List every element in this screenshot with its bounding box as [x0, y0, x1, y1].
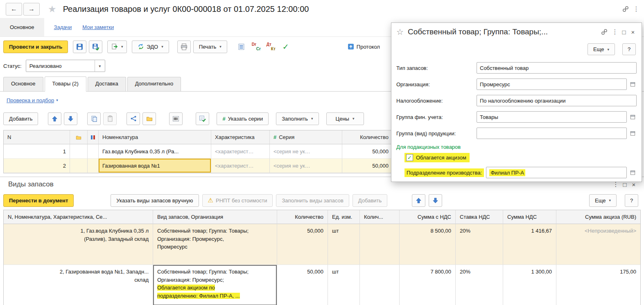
drcr-movements-button[interactable]: Dr Cr: [250, 40, 262, 53]
cell-item[interactable]: 1, Газ.вода Клубника 0,35 л (Разлив), За…: [4, 224, 153, 265]
stock-add-button[interactable]: Добавить: [353, 194, 387, 207]
cell-qty2[interactable]: [360, 224, 400, 265]
save-post-button[interactable]: [89, 40, 102, 53]
cell-vat-sum[interactable]: 1 300,00: [503, 265, 556, 305]
prod-group-input[interactable]: [477, 128, 627, 139]
cell-unit[interactable]: шт: [328, 265, 360, 305]
cell-characteristic[interactable]: <характерист…: [211, 144, 270, 159]
cell-n[interactable]: 1: [4, 144, 70, 159]
cell-quantity[interactable]: 50,000: [277, 224, 328, 265]
move-up-button[interactable]: [48, 112, 61, 125]
cell-quantity[interactable]: 50,000: [342, 144, 393, 159]
stock-more-button[interactable]: Еще ▾: [589, 194, 617, 207]
get-link-button[interactable]: [619, 3, 632, 15]
nav-tab-main[interactable]: Основное: [0, 18, 44, 36]
tax-input[interactable]: По налогообложению организации: [477, 95, 637, 106]
fill-stock-types-button[interactable]: Заполнить виды запасов: [276, 194, 349, 207]
tab-main[interactable]: Основное: [3, 77, 43, 91]
group-settings-button[interactable]: [142, 112, 156, 125]
post-and-close-button[interactable]: Провести и закрыть: [3, 40, 68, 53]
check-pick-link[interactable]: Проверка и подбор: [7, 97, 54, 103]
cell-qty2[interactable]: [360, 265, 400, 305]
tab-extra[interactable]: Дополнительно: [127, 77, 181, 91]
cell-accounts[interactable]: [88, 144, 99, 159]
cell-series[interactable]: <серия не ук…: [270, 144, 342, 159]
cell-n[interactable]: 2: [4, 159, 70, 173]
cell-excise[interactable]: 175,00: [556, 265, 640, 305]
cell-stock-type[interactable]: Собственный товар; Группа: Товары; Орган…: [153, 224, 277, 265]
cell-quantity[interactable]: 50,000: [342, 159, 393, 173]
dtkt-movements-button[interactable]: Дт Кт: [265, 40, 277, 53]
org-input[interactable]: Промресурс: [477, 78, 627, 90]
prod-group-picker-button[interactable]: [628, 129, 637, 138]
nav-tab-notes[interactable]: Мои заметки: [82, 24, 114, 30]
stock-close-button[interactable]: ×: [629, 181, 638, 188]
cell-item[interactable]: 2, Газированная вода №1, Западн... склад: [4, 265, 153, 305]
fill-menu-button[interactable]: Заполнить ▾: [276, 112, 319, 125]
excise-checkbox-row[interactable]: ✓ Облагается акцизом: [404, 153, 470, 162]
dialog-link-button[interactable]: [598, 26, 610, 38]
print-menu-button[interactable]: Печать ▾: [193, 40, 227, 53]
dialog-maximize-button[interactable]: □: [619, 29, 628, 36]
status-dropdown-button[interactable]: ▾: [95, 60, 105, 72]
add-row-button[interactable]: Добавить: [3, 112, 38, 125]
quick-print-button[interactable]: [177, 40, 191, 53]
save-button[interactable]: [73, 40, 86, 53]
cell-vat-sum[interactable]: 1 416,67: [503, 224, 556, 265]
excise-checkbox[interactable]: ✓: [406, 154, 413, 161]
paste-row-button[interactable]: [103, 112, 117, 125]
stock-move-up-button[interactable]: [412, 194, 425, 207]
more-menu-button[interactable]: ⋮: [632, 5, 641, 13]
tab-goods[interactable]: Товары (2): [45, 76, 86, 92]
excise-section-header[interactable]: Для подакцизных товаров: [396, 144, 637, 150]
division-input[interactable]: Филиал ПР-А: [486, 167, 627, 178]
prices-menu-button[interactable]: Цены ▾: [326, 112, 364, 125]
multi-edit-button[interactable]: [127, 112, 140, 125]
edo-button[interactable]: ЭДО ▾: [132, 40, 169, 53]
protocol-button[interactable]: Протокол: [348, 43, 380, 50]
tab-delivery[interactable]: Доставка: [88, 77, 126, 91]
forward-button[interactable]: →: [23, 3, 40, 16]
dialog-more-menu-button[interactable]: ⋮: [610, 28, 619, 36]
cell-accounts[interactable]: [88, 159, 99, 173]
cell-sum-vat[interactable]: 8 500,00: [400, 224, 456, 265]
cell-excise[interactable]: <Непроизведенный>: [556, 224, 640, 265]
fin-group-input[interactable]: Товары: [477, 111, 627, 123]
cell-vat-rate[interactable]: 20%: [456, 265, 503, 305]
barcode-scan-button[interactable]: [169, 112, 183, 125]
cell-vat-rate[interactable]: 20%: [456, 224, 503, 265]
back-button[interactable]: ←: [6, 3, 22, 16]
cell-nomenclature-selected[interactable]: Газированная вода №1: [99, 159, 211, 173]
document-register-button[interactable]: [235, 40, 248, 53]
cell-flag[interactable]: [70, 144, 88, 159]
cell-flag[interactable]: [70, 159, 88, 173]
dialog-more-button[interactable]: Еще ▾: [588, 43, 615, 55]
manual-stock-types-button[interactable]: Указать виды запасов вручную: [111, 194, 199, 207]
rnpt-button[interactable]: ⚠ РНПТ без стоимости: [202, 194, 273, 207]
nav-tab-tasks[interactable]: Задачи: [54, 24, 72, 30]
cell-characteristic[interactable]: <характерист…: [211, 159, 270, 173]
cell-series[interactable]: <серия не ук…: [270, 159, 342, 173]
specify-series-button[interactable]: # Указать серии: [217, 112, 269, 125]
cell-nomenclature[interactable]: Газ.вода Клубника 0,35 л (Ра...: [99, 144, 211, 159]
org-picker-button[interactable]: [628, 80, 637, 89]
create-based-on-button[interactable]: ▾: [107, 40, 127, 53]
copy-row-button[interactable]: [87, 112, 101, 125]
favorite-star-icon[interactable]: ★: [48, 4, 56, 15]
cell-sum-vat[interactable]: 7 800,00: [400, 265, 456, 305]
favorite-star-outline-icon[interactable]: ☆: [396, 27, 404, 37]
post-document-button[interactable]: ✓: [280, 40, 292, 53]
cell-quantity[interactable]: 50,000: [277, 265, 328, 305]
division-picker-button[interactable]: [628, 168, 637, 177]
stock-maximize-button[interactable]: □: [620, 181, 629, 188]
fin-group-picker-button[interactable]: [628, 112, 637, 121]
dialog-close-button[interactable]: ×: [628, 29, 637, 36]
transfer-to-document-button[interactable]: Перенести в документ: [3, 194, 74, 207]
dialog-help-button[interactable]: ?: [622, 43, 636, 55]
type-input[interactable]: Собственный товар: [477, 62, 637, 74]
stock-help-button[interactable]: ?: [625, 194, 638, 207]
stock-move-down-button[interactable]: [429, 194, 442, 207]
status-combobox[interactable]: Реализовано ▾: [26, 60, 105, 72]
cell-unit[interactable]: шт: [328, 224, 360, 265]
verify-table-button[interactable]: [196, 112, 209, 125]
